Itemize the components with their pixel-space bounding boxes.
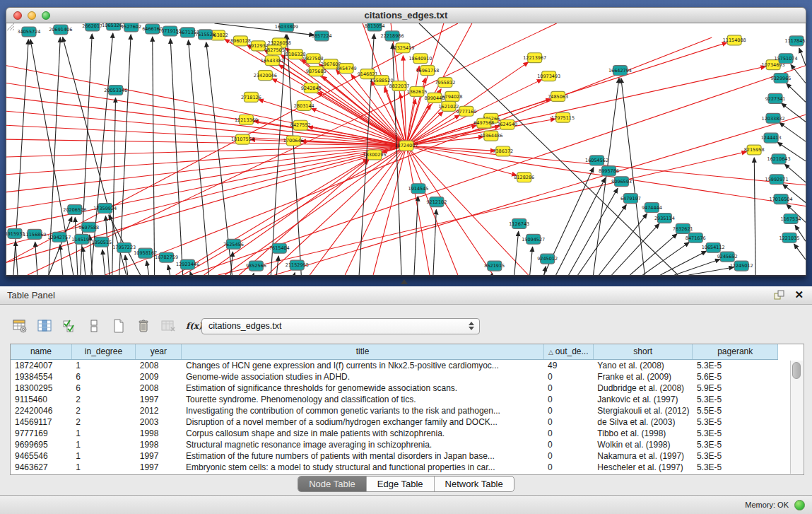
table-cell[interactable]: 2 <box>71 394 135 405</box>
table-cell[interactable]: Jankovic et al. (1997) <box>593 394 693 405</box>
table-cell[interactable]: Genome-wide association studies in ADHD. <box>182 371 543 382</box>
close-panel-icon[interactable]: ✕ <box>794 289 804 300</box>
table-cell[interactable]: de Silva et al. (2003) <box>593 416 693 428</box>
table-cell[interactable]: 5.6E-5 <box>693 371 778 382</box>
table-cell[interactable]: 2 <box>71 405 135 416</box>
table-cell[interactable]: 1997 <box>136 462 182 473</box>
table-cell[interactable]: 5.3E-5 <box>693 428 778 439</box>
float-window-icon[interactable] <box>774 290 784 300</box>
table-cell[interactable]: 1998 <box>136 428 182 439</box>
table-cell[interactable]: 5.5E-5 <box>693 405 778 416</box>
table-cell[interactable]: Estimation of significance thresholds fo… <box>182 382 543 394</box>
table-cell[interactable]: 18724007 <box>11 359 71 371</box>
table-cell[interactable]: 0 <box>543 405 593 416</box>
table-cell[interactable]: 0 <box>543 450 593 462</box>
table-row[interactable]: 1456911722003Disruption of a novel membe… <box>11 416 778 428</box>
table-cell[interactable]: 1 <box>71 439 135 450</box>
table-cell[interactable]: 5.9E-5 <box>693 382 778 394</box>
close-window-icon[interactable] <box>13 11 22 20</box>
table-cell[interactable]: 2008 <box>136 359 182 371</box>
table-cell[interactable]: 6 <box>71 382 135 394</box>
table-cell[interactable]: Investigating the contribution of common… <box>182 405 543 416</box>
table-cell[interactable]: 19384554 <box>11 371 71 382</box>
split-pane-handle-icon[interactable] <box>401 279 408 284</box>
table-cell[interactable]: 2 <box>71 416 135 428</box>
table-cell[interactable]: Yano et al. (2008) <box>593 359 693 371</box>
column-header-out_de[interactable]: △out_de... <box>543 344 593 359</box>
window-resize-grip-icon[interactable] <box>5 21 804 273</box>
table-cell[interactable]: 5.3E-5 <box>693 359 778 371</box>
table-cell[interactable]: 0 <box>543 371 593 382</box>
table-cell[interactable]: 1998 <box>136 439 182 450</box>
zoom-window-icon[interactable] <box>42 11 50 20</box>
table-cell[interactable]: 1 <box>71 450 135 462</box>
table-cell[interactable]: Nakamura et al. (1997) <box>593 450 693 462</box>
table-cell[interactable]: Estimation of the future numbers of pati… <box>182 450 543 462</box>
tab-node-table[interactable]: Node Table <box>298 477 366 491</box>
table-cell[interactable]: 49 <box>543 359 593 371</box>
table-cell[interactable]: 1997 <box>136 394 182 405</box>
table-cell[interactable]: 1 <box>71 428 135 439</box>
table-cell[interactable]: Wolkin et al. (1998) <box>593 439 693 450</box>
table-cell[interactable]: Dudbridge et al. (2008) <box>593 382 693 394</box>
table-cell[interactable]: 5.3E-5 <box>693 416 778 428</box>
network-canvas-area[interactable]: 1872400774638228960128891293423226058982… <box>6 23 806 276</box>
table-cell[interactable]: 0 <box>543 382 593 394</box>
table-cell[interactable]: 2012 <box>136 405 182 416</box>
row-height-icon[interactable] <box>86 317 102 334</box>
table-cell[interactable]: 5.3E-5 <box>693 439 778 450</box>
table-cell[interactable]: 9699695 <box>11 439 71 450</box>
table-cell[interactable]: 1 <box>71 462 135 473</box>
select-functions-icon[interactable] <box>61 317 78 334</box>
tab-network-table[interactable]: Network Table <box>434 477 514 491</box>
table-cell[interactable]: 14569117 <box>11 416 71 428</box>
table-cell[interactable]: 0 <box>543 462 593 473</box>
table-cell[interactable]: 9115460 <box>11 394 71 405</box>
table-settings-icon[interactable] <box>11 317 28 334</box>
table-cell[interactable]: Tourette syndrome. Phenomenology and cla… <box>182 394 543 405</box>
column-header-year[interactable]: year <box>136 344 182 359</box>
column-header-name[interactable]: name <box>11 344 71 359</box>
table-cell[interactable]: Tibbo et al. (1998) <box>593 428 693 439</box>
new-file-icon[interactable] <box>110 317 127 334</box>
table-row[interactable]: 969969511998Structural magnetic resonanc… <box>11 439 778 450</box>
table-cell[interactable]: Structural magnetic resonance image aver… <box>182 439 543 450</box>
table-cell[interactable]: 0 <box>543 439 593 450</box>
table-row[interactable]: 946362711997Embryonic stem cells: a mode… <box>11 462 778 473</box>
table-cell[interactable]: Corpus callosum shape and size in male p… <box>182 428 543 439</box>
table-row[interactable]: 946554611997Estimation of the future num… <box>11 450 778 462</box>
column-header-in_degree[interactable]: in_degree <box>71 344 135 359</box>
table-cell[interactable]: 1 <box>71 359 135 371</box>
memory-status-indicator[interactable] <box>794 500 805 510</box>
table-row[interactable]: 977716911998Corpus callosum shape and si… <box>11 428 778 439</box>
tab-edge-table[interactable]: Edge Table <box>366 477 434 491</box>
table-cell[interactable]: 1997 <box>136 450 182 462</box>
node-table[interactable]: namein_degreeyeartitle△out_de...shortpag… <box>11 344 778 473</box>
table-cell[interactable]: 6 <box>71 371 135 382</box>
table-cell[interactable]: 0 <box>543 394 593 405</box>
table-vertical-scrollbar[interactable] <box>790 361 803 474</box>
table-row[interactable]: 1830029562008Estimation of significance … <box>11 382 778 394</box>
function-builder-icon[interactable]: f(x) <box>184 317 201 334</box>
table-cell[interactable]: Embryonic stem cells: a model to study s… <box>182 462 543 473</box>
table-cell[interactable]: 5.3E-5 <box>693 450 778 462</box>
table-cell[interactable]: Changes of HCN gene expression and I(f) … <box>182 359 543 371</box>
table-cell[interactable]: Disruption of a novel member of a sodium… <box>182 416 543 428</box>
table-cell[interactable]: 18300295 <box>11 382 71 394</box>
column-header-short[interactable]: short <box>593 344 693 359</box>
column-header-title[interactable]: title <box>182 344 543 359</box>
delete-file-icon[interactable] <box>135 317 152 334</box>
table-cell[interactable]: 9463627 <box>11 462 71 473</box>
table-row[interactable]: 2242004622012Investigating the contribut… <box>11 405 778 416</box>
table-cell[interactable]: Stergiakouli et al. (2012) <box>593 405 693 416</box>
table-cell[interactable]: 0 <box>543 428 593 439</box>
scrollbar-thumb[interactable] <box>792 362 801 379</box>
table-cell[interactable]: 2009 <box>136 371 182 382</box>
table-row[interactable]: 911546021997Tourette syndrome. Phenomeno… <box>11 394 778 405</box>
table-cell[interactable]: 9777169 <box>11 428 71 439</box>
table-select-dropdown[interactable]: citations_edges.txt <box>201 318 480 334</box>
table-cell[interactable]: 5.3E-5 <box>693 394 778 405</box>
modify-columns-icon[interactable] <box>36 317 53 334</box>
table-cell[interactable]: Franke et al. (2009) <box>593 371 693 382</box>
table-cell[interactable]: 5.3E-5 <box>693 462 778 473</box>
